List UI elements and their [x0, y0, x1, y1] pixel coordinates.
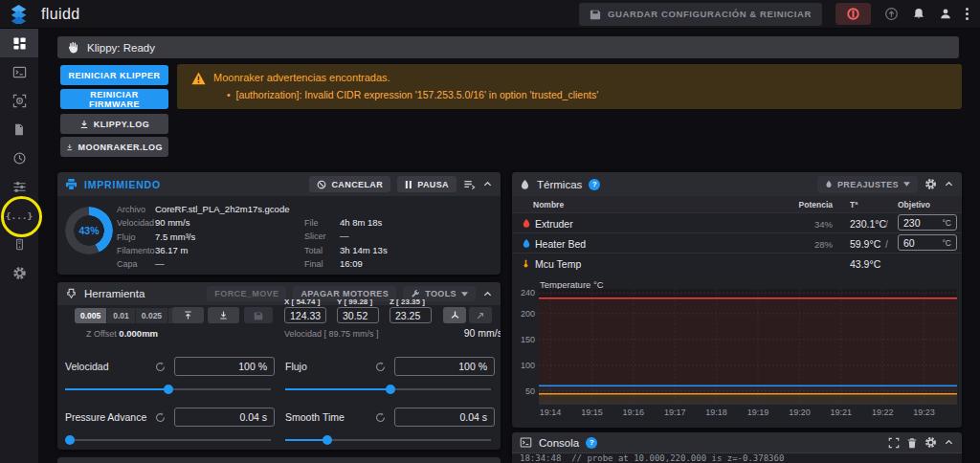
- slider-value-input[interactable]: 100 %: [174, 357, 275, 376]
- reset-icon[interactable]: [155, 412, 166, 423]
- klippy-log-button[interactable]: KLIPPY.LOG: [60, 114, 168, 134]
- overflow-menu-icon[interactable]: [966, 8, 969, 20]
- notifications-bell-icon[interactable]: [912, 7, 925, 21]
- z-step-0.025[interactable]: 0.025: [136, 308, 168, 323]
- sidebar-item-history[interactable]: [0, 143, 38, 172]
- thermal-row-heater-bed[interactable]: Heater Bed28%59.9°C/ 60 °C: [512, 232, 962, 254]
- sidebar-item-settings[interactable]: [0, 258, 38, 287]
- print-progress-ring: 43%: [65, 207, 113, 254]
- slider-track[interactable]: [285, 433, 495, 447]
- app-logo[interactable]: fluidd: [0, 4, 80, 24]
- thermal-row-extruder[interactable]: Extruder34%230.1°C/ 230 °C: [512, 212, 962, 233]
- printing-panel: IMPRIMIENDO CANCELAR PAUSA 43% ArchivoCo…: [57, 172, 501, 275]
- slider-value-input[interactable]: 100 %: [394, 357, 495, 376]
- thermal-row-mcu-temp[interactable]: Mcu Temp43.9°C: [512, 253, 962, 274]
- z-step-0.005[interactable]: 0.005: [75, 308, 107, 323]
- slider-value-input[interactable]: 0.04 s: [174, 408, 275, 427]
- slider-label: Pressure Advance: [65, 411, 155, 423]
- presets-dropdown-button[interactable]: PREAJUSTES: [817, 176, 918, 193]
- next-panel-edge: [57, 457, 501, 463]
- reset-icon[interactable]: [155, 362, 166, 372]
- hand-icon: [67, 41, 79, 54]
- slider-knob[interactable]: [323, 435, 332, 445]
- slider-knob[interactable]: [164, 385, 173, 394]
- sidebar-item-jobs[interactable]: [0, 115, 38, 143]
- cancel-print-button[interactable]: CANCELAR: [309, 176, 390, 192]
- print-stat-row: Total3h 14m 13s: [304, 240, 388, 254]
- emergency-stop-button[interactable]: [835, 3, 871, 25]
- user-icon[interactable]: [939, 7, 952, 21]
- axis-label: Y [ 99.28 ]: [337, 298, 372, 306]
- sidebar-item-dashboard[interactable]: [0, 29, 38, 57]
- temperature-chart: 5010015020024019:1419:1519:1619:1719:181…: [512, 276, 962, 428]
- pause-print-button[interactable]: PAUSA: [397, 176, 457, 192]
- flame-icon: [520, 179, 530, 190]
- target-temp-input[interactable]: 60 °C: [898, 234, 957, 251]
- axis-position-input[interactable]: 30.52: [337, 307, 379, 323]
- sidebar-item-console[interactable]: [0, 57, 38, 86]
- download-icon: [66, 143, 74, 152]
- chevron-down-icon: [903, 182, 910, 187]
- slider-track[interactable]: [65, 433, 275, 447]
- expand-icon[interactable]: [888, 437, 900, 449]
- collapse-chevron-icon[interactable]: [944, 179, 954, 189]
- relative-positioning-toggle[interactable]: [469, 307, 492, 323]
- camera-icon: [12, 94, 27, 108]
- z-step-0.01[interactable]: 0.01: [107, 308, 136, 323]
- console-log[interactable]: 18:34:48 // probe at 10.000,220.000 is z…: [512, 453, 962, 463]
- force-move-button[interactable]: FORCE_MOVE: [207, 286, 286, 301]
- job-queue-icon[interactable]: [463, 178, 476, 190]
- axis-position-input[interactable]: 23.25: [390, 307, 432, 323]
- console-panel: Consola ? 18:34:48 // probe at 10.000,22…: [512, 432, 962, 463]
- slider-track[interactable]: [285, 383, 495, 396]
- sidebar-item-tune[interactable]: [0, 172, 38, 201]
- console-settings-gear-icon[interactable]: [924, 436, 937, 449]
- collapse-chevron-icon[interactable]: [482, 179, 493, 189]
- reset-icon[interactable]: [375, 412, 386, 423]
- slider-knob[interactable]: [65, 435, 75, 445]
- thermals-settings-gear-icon[interactable]: [924, 178, 937, 190]
- restart-firmware-button[interactable]: REINICIAR FIRMWARE: [60, 89, 168, 109]
- fluidd-app: fluidd GUARDAR CONFIGURACIÓN & REINICIAR: [0, 0, 980, 463]
- sidebar-item-system[interactable]: [0, 230, 38, 258]
- heater-temp: 59.9°C: [850, 238, 880, 250]
- absolute-positioning-toggle[interactable]: [443, 307, 466, 323]
- slider-knob[interactable]: [386, 385, 395, 394]
- help-icon[interactable]: ?: [589, 179, 600, 190]
- tool-title: Herramienta: [84, 288, 145, 299]
- collapse-chevron-icon[interactable]: [944, 437, 954, 448]
- print-progress-value: 43%: [65, 207, 113, 254]
- print-stat-row: Capa—: [117, 254, 289, 267]
- svg-text:19:19: 19:19: [747, 408, 769, 417]
- klippy-status-text: Klippy: Ready: [87, 42, 155, 54]
- svg-text:50: 50: [525, 386, 535, 396]
- thermals-panel: Térmicas ? PREAJUSTES Nombre Potencia Tª…: [512, 172, 962, 428]
- slider-track[interactable]: [65, 383, 275, 396]
- thermometer-icon: [522, 258, 530, 269]
- trash-icon[interactable]: [906, 437, 918, 449]
- save-icon: [590, 9, 601, 20]
- sidebar-item-camera[interactable]: [0, 86, 38, 115]
- z-offset-down-button[interactable]: [208, 307, 239, 323]
- axis-position-input[interactable]: 124.33: [284, 307, 326, 323]
- slider-value-input[interactable]: 0.04 s: [394, 408, 495, 427]
- save-config-restart-button[interactable]: GUARDAR CONFIGURACIÓN & REINICIAR: [579, 3, 822, 26]
- stat-label: Capa: [117, 259, 155, 269]
- target-temp-input[interactable]: 230 °C: [898, 214, 957, 231]
- print-stat-row: Slicer—: [304, 226, 388, 239]
- gear-icon: [12, 266, 27, 280]
- print-stat-row: Flujo7.5 mm³/s: [117, 227, 289, 240]
- svg-text:19:21: 19:21: [831, 408, 853, 417]
- reset-icon[interactable]: [375, 362, 386, 372]
- warning-item: • [authorization]: Invalid CIDR expressi…: [227, 89, 598, 100]
- svg-text:19:22: 19:22: [872, 408, 894, 417]
- sidebar-item-configure[interactable]: {...}: [0, 201, 38, 230]
- z-offset-up-button[interactable]: [172, 307, 204, 323]
- update-icon[interactable]: [884, 7, 899, 21]
- restart-klipper-button[interactable]: REINICIAR KLIPPER: [60, 65, 168, 85]
- help-icon[interactable]: ?: [586, 437, 597, 449]
- moonraker-log-button[interactable]: MOONRAKER.LOG: [60, 137, 168, 157]
- collapse-chevron-icon[interactable]: [482, 289, 493, 299]
- svg-text:19:15: 19:15: [581, 408, 603, 417]
- z-offset-save-button[interactable]: [244, 307, 273, 323]
